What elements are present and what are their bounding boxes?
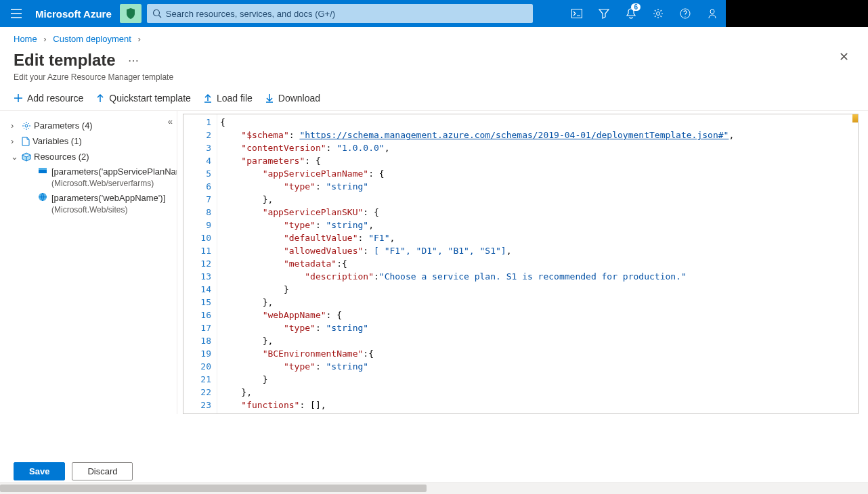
download-icon (265, 93, 274, 103)
outline-resources-node[interactable]: ⌄ Resources (2) (11, 149, 173, 164)
document-icon (22, 137, 30, 146)
code-editor[interactable]: 1234567891011121314151617181920212223 { … (183, 114, 859, 414)
search-input[interactable]: Search resources, services, and docs (G+… (147, 4, 533, 23)
svg-rect-7 (39, 168, 47, 170)
cube-icon (22, 152, 31, 162)
upload-arrow-icon (95, 93, 105, 103)
shield-icon[interactable] (120, 4, 142, 23)
web-app-icon (38, 192, 47, 202)
top-navigation-bar: Microsoft Azure Search resources, servic… (0, 0, 868, 27)
upload-icon (203, 93, 213, 103)
line-number-gutter: 1234567891011121314151617181920212223 (183, 114, 217, 413)
more-actions-icon[interactable]: ⋯ (128, 54, 139, 67)
breadcrumb-home[interactable]: Home (14, 34, 37, 44)
code-content[interactable]: { "$schema": "https://schema.management.… (217, 114, 858, 413)
notification-badge: 6 (631, 3, 641, 11)
load-file-button[interactable]: Load file (203, 93, 253, 104)
app-service-plan-icon (38, 166, 47, 175)
close-icon[interactable]: ✕ (839, 49, 849, 64)
svg-point-5 (25, 125, 28, 127)
collapse-panel-icon[interactable]: « (168, 116, 173, 127)
command-toolbar: Add resource Quickstart template Load fi… (0, 90, 868, 111)
chevron-right-icon: › (11, 136, 19, 146)
svg-point-0 (153, 10, 159, 16)
plus-icon (14, 93, 23, 103)
outline-resource-serverfarm[interactable]: [parameters('appServicePlanName (Microso… (11, 164, 173, 191)
add-resource-button[interactable]: Add resource (14, 93, 83, 104)
feedback-icon[interactable] (699, 0, 726, 27)
hamburger-menu-icon[interactable] (0, 0, 32, 27)
svg-point-4 (710, 9, 714, 14)
download-button[interactable]: Download (265, 93, 320, 104)
page-title: Edit template (14, 51, 116, 70)
outline-variables-node[interactable]: › Variables (1) (11, 133, 173, 149)
settings-gear-icon[interactable] (645, 0, 672, 27)
brand-label[interactable]: Microsoft Azure (32, 8, 120, 20)
template-outline-panel: « › Parameters (4) › Variables (1) ⌄ Res… (0, 111, 177, 414)
notifications-icon[interactable]: 6 (617, 0, 645, 27)
directory-filter-icon[interactable] (590, 0, 617, 27)
quickstart-template-button[interactable]: Quickstart template (95, 93, 191, 104)
breadcrumb: Home › Custom deployment › (0, 27, 868, 47)
chevron-right-icon: › (11, 120, 19, 131)
breadcrumb-custom-deployment[interactable]: Custom deployment (53, 34, 131, 44)
outline-resource-site[interactable]: [parameters('webAppName')] (Microsoft.We… (11, 191, 173, 217)
outline-parameters-node[interactable]: › Parameters (4) (11, 118, 173, 133)
search-placeholder: Search resources, services, and docs (G+… (166, 9, 335, 19)
svg-point-2 (656, 12, 659, 16)
chevron-right-icon: › (138, 34, 141, 44)
search-icon (152, 9, 162, 18)
svg-rect-1 (571, 9, 582, 18)
editor-marker-icon (852, 114, 858, 122)
help-icon[interactable] (672, 0, 699, 27)
chevron-down-icon: ⌄ (11, 152, 19, 162)
account-area[interactable] (726, 0, 868, 27)
cloud-shell-icon[interactable] (563, 0, 590, 27)
page-header: Edit template ⋯ ✕ (0, 47, 868, 72)
chevron-right-icon: › (43, 34, 46, 44)
page-subtitle: Edit your Azure Resource Manager templat… (0, 72, 868, 90)
gear-icon (22, 121, 31, 131)
